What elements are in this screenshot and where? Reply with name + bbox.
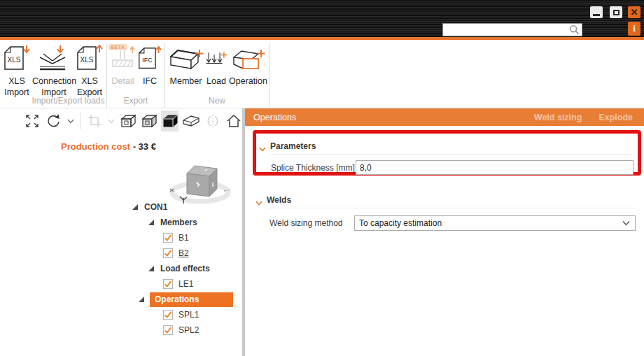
tree-node-members[interactable]: Members — [130, 215, 233, 230]
home-view-button[interactable] — [225, 111, 242, 131]
xls-export-icon: XLS — [74, 43, 105, 76]
tree-node-spl1[interactable]: SPL1 — [130, 307, 233, 322]
tree-node-spl2[interactable]: SPL2 — [130, 322, 233, 338]
tree-node-b2[interactable]: B2 — [130, 245, 233, 261]
expander-icon[interactable] — [148, 266, 154, 271]
view-toolbar — [0, 108, 242, 134]
search-input[interactable] — [443, 24, 569, 35]
project-tree: CON1 Members B1 — [130, 199, 233, 338]
view-cube-icon — [168, 155, 232, 206]
tree-node-label: SPL2 — [178, 325, 199, 335]
new-load-button[interactable]: Load — [205, 43, 227, 87]
splice-thickness-label: Splice Thickness [mm] — [271, 163, 356, 173]
xls-import-icon: XLS — [1, 43, 32, 76]
parameters-section-header[interactable]: Parameters — [258, 139, 634, 155]
load-icon — [205, 43, 227, 76]
titlebar: ✕ i — [0, 0, 644, 40]
expander-icon[interactable] — [139, 297, 144, 302]
new-member-button[interactable]: Member — [167, 43, 205, 87]
explode-button[interactable]: Explode — [598, 113, 633, 122]
group-label-new: New — [165, 96, 269, 106]
tree-node-con1[interactable]: CON1 — [130, 199, 233, 215]
solid-cube-icon — [162, 113, 178, 129]
xls-import-label-line1: XLS — [8, 76, 25, 86]
solid-view-button[interactable] — [161, 111, 178, 131]
tree-node-le1[interactable]: LE1 — [130, 276, 233, 292]
splice-thickness-input[interactable] — [356, 160, 634, 175]
operations-panel-content: Parameters Splice Thickness [mm] — [245, 126, 644, 356]
tree-node-load-effects[interactable]: Load effects — [130, 261, 233, 276]
tree-node-label: B1 — [178, 233, 189, 243]
search-box — [442, 23, 582, 36]
maximize-icon — [613, 10, 620, 15]
scene-panel: Production cost - 33 € — [0, 108, 242, 356]
checkbox-checked[interactable] — [163, 310, 173, 320]
close-button[interactable]: ✕ — [628, 6, 640, 18]
ifc-button[interactable]: IFC IFC — [137, 43, 162, 87]
checkbox-checked[interactable] — [163, 233, 173, 243]
ifc-icon: IFC — [137, 43, 162, 76]
production-cost: Production cost - 33 € — [0, 141, 217, 152]
operations-panel-header: Operations Weld sizing Explode — [245, 108, 644, 126]
panel-title: Operations — [245, 113, 534, 122]
operation-icon — [228, 43, 268, 76]
welds-section-header[interactable]: Welds — [254, 193, 636, 208]
xls-export-label-line1: XLS — [81, 76, 98, 86]
chevron-down-icon — [108, 119, 115, 124]
xls-export-button[interactable]: XLS XLS Export — [74, 43, 105, 99]
rotate-options-dropdown[interactable] — [66, 111, 75, 131]
production-cost-label: Production cost — [61, 141, 130, 152]
new-operation-button[interactable]: Operation — [228, 43, 268, 87]
load-label: Load — [206, 76, 226, 86]
beta-badge: BETA — [108, 44, 127, 50]
checkmark-icon — [164, 326, 172, 334]
expander-icon[interactable] — [132, 204, 138, 210]
svg-text:XLS: XLS — [8, 56, 21, 64]
connection-import-button[interactable]: Connection Import — [32, 43, 76, 99]
tree-node-label-selected[interactable]: Operations — [150, 292, 233, 307]
dropdown-selected-value: To capacity estimation — [359, 218, 622, 228]
shaded-wireframe-view-button[interactable] — [140, 111, 158, 131]
clipping-options-dropdown — [106, 111, 115, 131]
app-window: ✕ i XLS XLS Import — [0, 0, 644, 356]
rotate-view-button[interactable] — [45, 111, 62, 131]
section-title: Parameters — [270, 141, 316, 151]
svg-text:IFC: IFC — [142, 57, 153, 64]
tree-node-label: B2 — [178, 248, 189, 258]
detail-button: BETA Detail — [108, 43, 137, 87]
checkmark-icon — [164, 249, 172, 257]
checkbox-checked[interactable] — [163, 279, 173, 289]
tree-node-b1[interactable]: B1 — [130, 230, 233, 245]
welds-section: Welds Weld sizing method To capacity est… — [254, 193, 636, 231]
checkbox-checked[interactable] — [163, 325, 173, 335]
transparent-view-button[interactable] — [182, 111, 200, 131]
wireframe-view-button[interactable] — [119, 111, 136, 131]
weld-sizing-method-dropdown[interactable]: To capacity estimation — [354, 215, 636, 231]
minimize-icon — [593, 14, 600, 16]
info-button[interactable]: i — [628, 22, 640, 36]
connection-import-icon — [32, 43, 76, 76]
highlighted-parameters-box: Parameters Splice Thickness [mm] — [253, 130, 641, 176]
expander-icon[interactable] — [148, 220, 154, 225]
tree-node-label: SPL1 — [178, 310, 199, 320]
mirror-view-button-disabled — [204, 111, 221, 131]
ribbon: XLS XLS Import Connection Import — [0, 40, 644, 108]
tree-node-label: Load effects — [160, 264, 210, 273]
minimize-button[interactable] — [590, 6, 603, 18]
section-collapse-icon — [259, 147, 266, 152]
fit-view-button[interactable] — [24, 111, 41, 131]
shaded-cube-icon — [141, 113, 158, 129]
xls-import-button[interactable]: XLS XLS Import — [1, 43, 32, 99]
detail-label: Detail — [112, 76, 134, 86]
checkmark-icon — [164, 234, 172, 242]
weld-sizing-button[interactable]: Weld sizing — [534, 113, 582, 122]
member-icon — [167, 43, 205, 76]
section-title: Welds — [267, 195, 291, 205]
checkbox-checked[interactable] — [163, 248, 173, 258]
tree-node-operations-selected[interactable]: Operations — [130, 292, 233, 307]
clipping-button-disabled — [85, 111, 103, 131]
operations-panel: Operations Weld sizing Explode Parameter… — [245, 108, 644, 356]
wireframe-cube-icon — [120, 113, 136, 129]
maximize-button[interactable] — [610, 6, 622, 18]
home-icon — [226, 114, 241, 128]
